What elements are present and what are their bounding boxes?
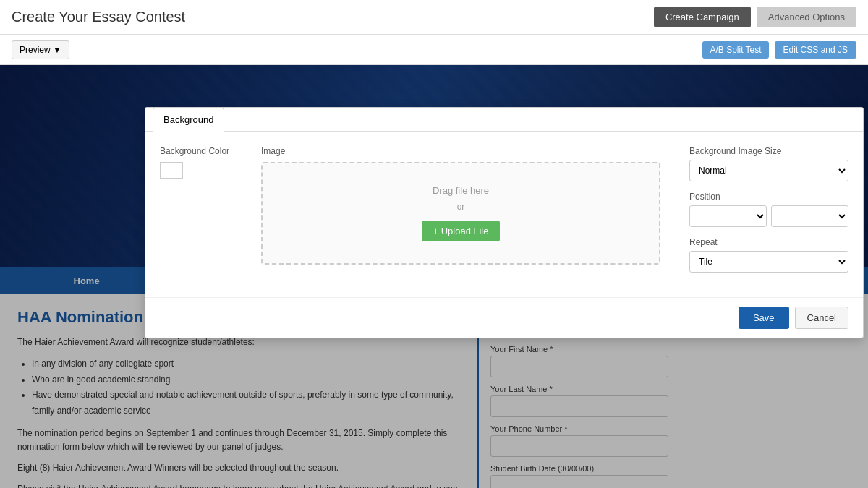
- or-text: or: [306, 202, 616, 212]
- secondary-toolbar: Preview ▼ A/B Split Test Edit CSS and JS: [0, 35, 868, 65]
- header-actions: Create Campaign Advanced Options: [654, 7, 856, 27]
- bg-size-label: Background Image Size: [689, 146, 848, 156]
- position-group: Position Left Center Right Top: [689, 192, 848, 227]
- modal-tabs: Background: [145, 108, 863, 132]
- repeat-select[interactable]: Tile No Repeat Repeat X Repeat Y: [689, 251, 848, 273]
- position-row: Left Center Right Top Center Bottom: [689, 205, 848, 227]
- page-title: Create Your Essay Contest: [12, 9, 185, 25]
- modal-body: Background Color Image Drag file here or…: [145, 132, 863, 297]
- options-section: Background Image Size Normal Cover Conta…: [689, 146, 848, 283]
- create-campaign-button[interactable]: Create Campaign: [654, 7, 751, 27]
- modal-footer: Save Cancel: [145, 297, 863, 338]
- ab-split-test-button[interactable]: A/B Split Test: [702, 41, 768, 59]
- color-swatch[interactable]: [160, 162, 183, 179]
- image-label: Image: [261, 146, 660, 156]
- top-header: Create Your Essay Contest Create Campaig…: [0, 0, 868, 35]
- tab-background[interactable]: Background: [153, 108, 224, 132]
- edit-css-button[interactable]: Edit CSS and JS: [775, 41, 856, 59]
- preview-button[interactable]: Preview ▼: [12, 40, 69, 59]
- repeat-group: Repeat Tile No Repeat Repeat X Repeat Y: [689, 237, 848, 273]
- bg-color-label: Background Color: [160, 146, 232, 156]
- bg-size-select[interactable]: Normal Cover Contain Auto: [689, 160, 848, 181]
- preview-arrow-icon: ▼: [53, 45, 61, 55]
- modal-overlay[interactable]: Background Background Color Image Drag f…: [0, 65, 868, 488]
- advanced-options-button[interactable]: Advanced Options: [757, 7, 856, 27]
- background-modal: Background Background Color Image Drag f…: [145, 107, 864, 338]
- repeat-label: Repeat: [689, 237, 848, 247]
- bg-size-group: Background Image Size Normal Cover Conta…: [689, 146, 848, 181]
- drag-text: Drag file here: [306, 185, 616, 196]
- bg-color-section: Background Color: [160, 146, 232, 181]
- cancel-button[interactable]: Cancel: [795, 307, 848, 329]
- upload-file-button[interactable]: + Upload File: [422, 221, 501, 241]
- position-y-select[interactable]: Top Center Bottom: [771, 205, 848, 227]
- position-x-select[interactable]: Left Center Right: [689, 205, 767, 227]
- upload-zone[interactable]: Drag file here or + Upload File: [261, 162, 660, 265]
- position-label: Position: [689, 192, 848, 202]
- image-section: Image Drag file here or + Upload File: [261, 146, 660, 265]
- main-area: SUCCESS BEYOND SPORTS Home About Nominat…: [0, 65, 868, 488]
- save-button[interactable]: Save: [739, 307, 789, 329]
